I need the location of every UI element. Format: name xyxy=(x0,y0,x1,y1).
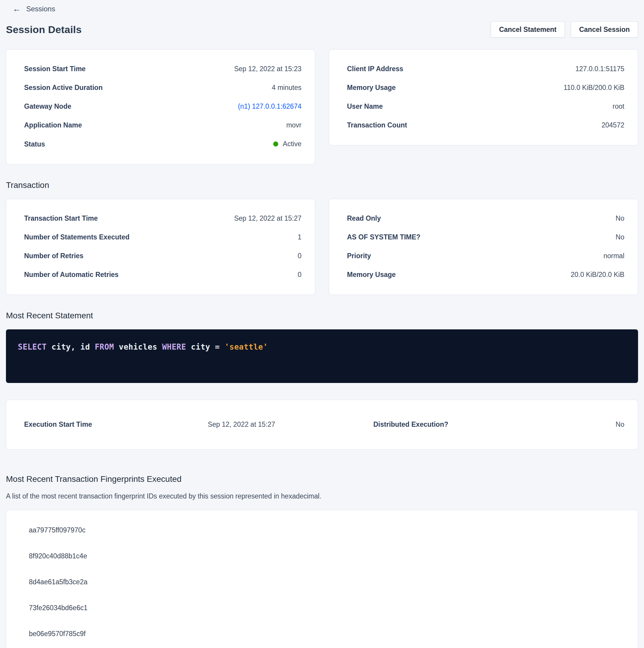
fingerprints-description: A list of the most recent transaction fi… xyxy=(6,492,638,500)
fingerprint-item: be06e9570f785c9f xyxy=(29,629,620,638)
application-name-label: Application Name xyxy=(24,121,82,129)
automatic-retries-label: Number of Automatic Retries xyxy=(24,270,118,279)
transaction-count-label: Transaction Count xyxy=(347,121,407,129)
sql-keyword-where: WHERE xyxy=(162,342,186,352)
distributed-execution-label: Distributed Execution? xyxy=(373,420,449,429)
user-name-value: root xyxy=(612,102,624,111)
read-only-label: Read Only xyxy=(347,214,381,223)
session-info-card: Session Start Time Sep 12, 2022 at 15:23… xyxy=(6,49,315,164)
header-actions: Cancel Statement Cancel Session xyxy=(491,21,638,38)
retries-label: Number of Retries xyxy=(24,252,83,260)
automatic-retries-row: Number of Automatic Retries 0 xyxy=(24,270,301,279)
user-name-label: User Name xyxy=(347,102,383,111)
execution-start-time-value: Sep 12, 2022 at 15:27 xyxy=(208,420,275,429)
statements-executed-label: Number of Statements Executed xyxy=(24,233,129,241)
status-value: Active xyxy=(283,140,301,148)
session-start-time-value: Sep 12, 2022 at 15:23 xyxy=(234,65,301,73)
statements-executed-row: Number of Statements Executed 1 xyxy=(24,233,301,241)
client-ip-label: Client IP Address xyxy=(347,65,403,73)
read-only-row: Read Only No xyxy=(347,214,624,223)
distributed-execution-row: Distributed Execution? No xyxy=(373,420,625,429)
sql-statement-box: SELECT city, id FROM vehicles WHERE city… xyxy=(6,329,638,383)
sql-string-literal: 'seattle' xyxy=(225,342,268,352)
gateway-node-link[interactable]: (n1) 127.0.0.1:62674 xyxy=(238,102,301,111)
session-active-duration-value: 4 minutes xyxy=(272,84,301,92)
statements-executed-value: 1 xyxy=(298,233,301,241)
status-badge: Active xyxy=(273,140,301,148)
as-of-system-time-row: AS OF SYSTEM TIME? No xyxy=(347,233,624,241)
execution-start-time-row: Execution Start Time Sep 12, 2022 at 15:… xyxy=(24,420,275,429)
gateway-node-row: Gateway Node (n1) 127.0.0.1:62674 xyxy=(24,102,301,111)
priority-value: normal xyxy=(603,252,624,260)
transaction-props-card: Read Only No AS OF SYSTEM TIME? No Prior… xyxy=(329,199,638,295)
fingerprints-section-heading: Most Recent Transaction Fingerprints Exe… xyxy=(6,474,638,484)
application-name-row: Application Name movr xyxy=(24,121,301,129)
session-active-duration-label: Session Active Duration xyxy=(24,84,103,92)
sql-keyword-select: SELECT xyxy=(18,342,47,352)
priority-row: Priority normal xyxy=(347,252,624,260)
user-name-row: User Name root xyxy=(347,102,624,111)
automatic-retries-value: 0 xyxy=(298,270,301,279)
as-of-system-time-label: AS OF SYSTEM TIME? xyxy=(347,233,420,241)
session-summary-section: Session Start Time Sep 12, 2022 at 15:23… xyxy=(6,49,638,164)
retries-value: 0 xyxy=(298,252,301,260)
sql-columns: city, id xyxy=(52,342,90,352)
execution-info-card: Execution Start Time Sep 12, 2022 at 15:… xyxy=(6,400,638,449)
application-name-value: movr xyxy=(286,121,301,129)
session-active-duration-row: Session Active Duration 4 minutes xyxy=(24,84,301,92)
session-memory-usage-label: Memory Usage xyxy=(347,84,396,92)
session-memory-usage-value: 110.0 KiB/200.0 KiB xyxy=(564,84,624,92)
transaction-section-heading: Transaction xyxy=(6,180,638,190)
session-start-time-row: Session Start Time Sep 12, 2022 at 15:23 xyxy=(24,65,301,73)
sql-condition: city = xyxy=(191,342,220,352)
transaction-start-time-row: Transaction Start Time Sep 12, 2022 at 1… xyxy=(24,214,301,223)
page-title: Session Details xyxy=(6,24,81,36)
page-header: Session Details Cancel Statement Cancel … xyxy=(6,21,638,38)
transaction-count-row: Transaction Count 204572 xyxy=(347,121,624,129)
back-arrow-icon: ← xyxy=(12,5,21,12)
transaction-section: Transaction Start Time Sep 12, 2022 at 1… xyxy=(6,199,638,295)
transaction-start-time-value: Sep 12, 2022 at 15:27 xyxy=(234,214,301,223)
transaction-memory-usage-label: Memory Usage xyxy=(347,270,396,279)
session-start-time-label: Session Start Time xyxy=(24,65,86,73)
cancel-session-button[interactable]: Cancel Session xyxy=(571,21,638,38)
fingerprint-item: 73fe26034bd6e6c1 xyxy=(29,603,620,612)
client-info-card: Client IP Address 127.0.0.1:51175 Memory… xyxy=(329,49,638,145)
statement-section-heading: Most Recent Statement xyxy=(6,311,638,320)
sql-table: vehicles xyxy=(119,342,157,352)
fingerprint-item: 8d4ae61a5fb3ce2a xyxy=(29,578,620,586)
distributed-execution-value: No xyxy=(616,420,624,429)
fingerprints-card: aa79775ff097970c 8f920c40d88b1c4e 8d4ae6… xyxy=(6,510,638,648)
transaction-info-card: Transaction Start Time Sep 12, 2022 at 1… xyxy=(6,199,315,295)
session-memory-usage-row: Memory Usage 110.0 KiB/200.0 KiB xyxy=(347,84,624,92)
client-ip-value: 127.0.0.1:51175 xyxy=(575,65,624,73)
transaction-memory-usage-value: 20.0 KiB/20.0 KiB xyxy=(571,270,624,279)
fingerprints-list: aa79775ff097970c 8f920c40d88b1c4e 8d4ae6… xyxy=(29,526,620,648)
transaction-start-time-label: Transaction Start Time xyxy=(24,214,98,223)
transaction-count-value: 204572 xyxy=(601,121,624,129)
priority-label: Priority xyxy=(347,252,371,260)
read-only-value: No xyxy=(616,214,624,223)
retries-row: Number of Retries 0 xyxy=(24,252,301,260)
cancel-statement-button[interactable]: Cancel Statement xyxy=(491,21,565,38)
breadcrumb-back-link[interactable]: ← Sessions xyxy=(6,3,55,13)
fingerprint-item: aa79775ff097970c xyxy=(29,526,620,535)
client-ip-row: Client IP Address 127.0.0.1:51175 xyxy=(347,65,624,73)
fingerprint-item: 8f920c40d88b1c4e xyxy=(29,551,620,560)
as-of-system-time-value: No xyxy=(616,233,624,241)
status-row: Status Active xyxy=(24,140,301,149)
breadcrumb-label: Sessions xyxy=(26,5,55,13)
status-active-dot-icon xyxy=(273,142,278,147)
status-label: Status xyxy=(24,140,45,149)
transaction-memory-usage-row: Memory Usage 20.0 KiB/20.0 KiB xyxy=(347,270,624,279)
session-details-page: ← Sessions Session Details Cancel Statem… xyxy=(0,0,644,648)
gateway-node-label: Gateway Node xyxy=(24,102,71,111)
sql-keyword-from: FROM xyxy=(95,342,114,352)
execution-start-time-label: Execution Start Time xyxy=(24,420,92,429)
